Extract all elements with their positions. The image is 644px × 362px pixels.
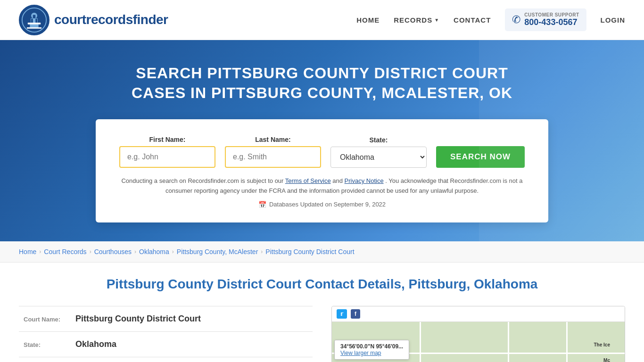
- breadcrumb-home[interactable]: Home: [19, 248, 36, 255]
- support-area[interactable]: ✆ CUSTOMER SUPPORT 800-433-0567: [505, 8, 586, 31]
- first-name-group: First Name:: [119, 136, 215, 168]
- first-name-label: First Name:: [119, 136, 215, 143]
- last-name-label: Last Name:: [225, 136, 321, 143]
- search-card: First Name: Last Name: State: AlabamaAla…: [96, 119, 548, 222]
- logo-text: courtrecordsfinder: [54, 12, 168, 27]
- facebook-share-btn[interactable]: f: [351, 309, 360, 319]
- map-top-bar: 𝕣 f: [332, 306, 625, 322]
- map-view-larger-link[interactable]: View larger map: [340, 350, 403, 356]
- last-name-input[interactable]: [225, 146, 321, 168]
- hero-section: SEARCH PITTSBURG COUNTY DISTRICT COURT C…: [0, 40, 644, 241]
- state-detail-label: State:: [24, 341, 71, 348]
- map-road-v2: [508, 322, 509, 362]
- search-disclaimer: Conducting a search on Recordsfinder.com…: [119, 176, 525, 196]
- detail-row-state: State: Oklahoma: [19, 331, 313, 357]
- map-mc-label: Mc: [603, 358, 610, 362]
- state-group: State: AlabamaAlaskaArizonaArkansasCalif…: [330, 136, 427, 168]
- state-label: State:: [330, 136, 427, 144]
- logo-icon: [19, 5, 50, 35]
- state-detail-value: Oklahoma: [75, 339, 116, 349]
- hero-title: SEARCH PITTSBURG COUNTY DISTRICT COURT C…: [110, 64, 534, 103]
- breadcrumb-sep-1: ›: [39, 248, 41, 255]
- svg-rect-7: [31, 18, 33, 22]
- search-button[interactable]: SEARCH NOW: [436, 146, 525, 168]
- map-container: 𝕣 f City of McAle: [331, 306, 625, 362]
- logo-area[interactable]: courtrecordsfinder: [19, 5, 168, 35]
- map-road-v1: [420, 322, 421, 362]
- breadcrumb-current: Pittsburg County District Court: [265, 248, 354, 255]
- svg-rect-6: [33, 15, 36, 18]
- breadcrumb-pittsburg-mcalester[interactable]: Pittsburg County, McAlester: [177, 248, 258, 255]
- db-updated: 📅 Databases Updated on September 9, 2022: [119, 201, 525, 208]
- site-header: courtrecordsfinder HOME RECORDS ▼ CONTAC…: [0, 0, 644, 40]
- state-select[interactable]: AlabamaAlaskaArizonaArkansasCaliforniaCo…: [330, 147, 427, 168]
- breadcrumb-court-records[interactable]: Court Records: [44, 248, 86, 255]
- map-ice-label: The Ice: [594, 342, 610, 347]
- main-content: Pittsburg County District Court Contact …: [0, 263, 644, 362]
- breadcrumb-courthouses[interactable]: Courthouses: [94, 248, 132, 255]
- map-coords-popup: 34°56'00.0"N 95°46'09... View larger map: [334, 340, 409, 360]
- svg-rect-2: [28, 23, 41, 25]
- first-name-input[interactable]: [119, 146, 215, 168]
- court-name-value: Pittsburg County District Court: [75, 314, 201, 324]
- map-bg: City of McAlester The Ice Mc 1 Pr 📍 34°5…: [332, 322, 625, 362]
- search-fields: First Name: Last Name: State: AlabamaAla…: [119, 136, 525, 168]
- map-coords-text: 34°56'00.0"N 95°46'09...: [340, 343, 403, 350]
- breadcrumb-sep-3: ›: [134, 248, 136, 255]
- facebook-icon: f: [355, 311, 356, 317]
- nav-home[interactable]: HOME: [356, 16, 380, 24]
- chevron-down-icon: ▼: [434, 17, 439, 23]
- twitter-share-btn[interactable]: 𝕣: [337, 309, 347, 319]
- calendar-icon: 📅: [258, 201, 266, 208]
- last-name-group: Last Name:: [225, 136, 321, 168]
- main-nav: HOME RECORDS ▼ CONTACT ✆ CUSTOMER SUPPOR…: [356, 8, 625, 31]
- breadcrumb-sep-5: ›: [261, 248, 263, 255]
- breadcrumb: Home › Court Records › Courthouses › Okl…: [0, 241, 644, 263]
- breadcrumb-sep-2: ›: [90, 248, 91, 255]
- breadcrumb-sep-4: ›: [172, 248, 174, 255]
- details-table: Court Name: Pittsburg County District Co…: [19, 306, 313, 362]
- terms-link[interactable]: Terms of Service: [285, 177, 331, 184]
- nav-records[interactable]: RECORDS ▼: [394, 16, 439, 24]
- details-layout: Court Name: Pittsburg County District Co…: [19, 306, 625, 362]
- court-name-label: Court Name:: [24, 316, 71, 323]
- breadcrumb-oklahoma[interactable]: Oklahoma: [139, 248, 169, 255]
- page-heading: Pittsburg County District Court Contact …: [19, 277, 625, 292]
- svg-rect-5: [27, 27, 41, 29]
- nav-login[interactable]: LOGIN: [601, 16, 626, 24]
- twitter-icon: 𝕣: [340, 311, 343, 317]
- headphone-icon: ✆: [512, 14, 520, 26]
- detail-row-court-name: Court Name: Pittsburg County District Co…: [19, 306, 313, 331]
- svg-rect-8: [35, 18, 37, 22]
- support-text: CUSTOMER SUPPORT 800-433-0567: [524, 12, 579, 27]
- map-area: 𝕣 f City of McAle: [331, 306, 625, 362]
- privacy-link[interactable]: Privacy Notice: [345, 177, 384, 184]
- nav-contact[interactable]: CONTACT: [454, 16, 491, 24]
- map-road-v3: [566, 322, 568, 362]
